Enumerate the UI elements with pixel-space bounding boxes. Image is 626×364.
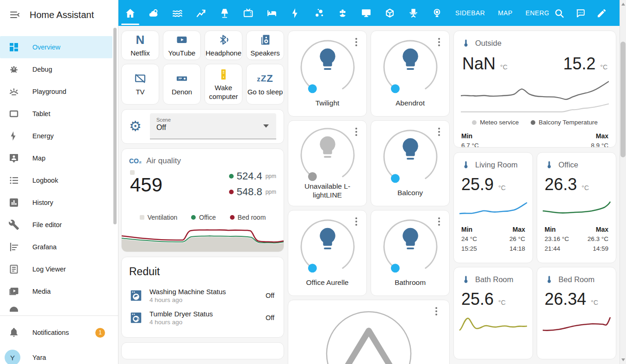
tab-particles[interactable] [307, 0, 331, 26]
tab-map[interactable]: MAP [491, 0, 519, 26]
tab-sidebar[interactable]: SIDEBAR [449, 0, 491, 26]
sensor-card-living-room[interactable]: Living Room 25.9 °C Min24 °C15:25 Max26 … [453, 152, 533, 263]
sidebar-item-media[interactable]: Media [0, 280, 118, 302]
tv-off-icon [134, 72, 147, 86]
button-label: YouTube [168, 49, 196, 58]
entity-state: Off [266, 314, 276, 321]
fan-control[interactable] [288, 300, 449, 364]
sensor-value: 26.3 °C [537, 169, 616, 194]
light-card-office-aurelle[interactable]: Office Aurelle [288, 210, 367, 296]
sensor-value: 25.9 °C [454, 169, 533, 194]
weather-partly-cloudy-icon [148, 7, 160, 19]
tab-computer[interactable] [354, 0, 378, 26]
button-headphone[interactable]: Headphone [205, 31, 242, 60]
home-icon [124, 7, 136, 19]
tab-camera[interactable] [425, 0, 449, 26]
sidebar-item-map[interactable]: Map [0, 147, 118, 169]
light-card-twilight[interactable]: Twilight [288, 31, 367, 117]
sidebar-item-log-viewer[interactable]: Log Viewer [0, 258, 118, 280]
bug-icon [8, 64, 19, 75]
button-tv[interactable]: TV [121, 64, 159, 105]
tab-weather[interactable] [142, 0, 166, 26]
entity-name: Tumble Dryer Status [149, 310, 213, 318]
button-go-to-sleep[interactable]: zZZ Go to sleep [246, 64, 284, 105]
speakers-icon [259, 33, 272, 47]
gear-icon[interactable]: ⚙ [129, 119, 142, 133]
arc-handle[interactable] [390, 264, 399, 272]
webcam-icon [431, 7, 443, 19]
air-reading-unit: ppm [266, 173, 276, 179]
arc-handle[interactable] [308, 172, 316, 181]
light-card-balcony[interactable]: Balcony [371, 120, 450, 206]
sidebar-item-history[interactable]: History [0, 191, 118, 214]
arc-handle[interactable] [390, 174, 399, 183]
light-card-abendrot[interactable]: Abendrot [371, 31, 450, 117]
light-name: Balcony [371, 188, 449, 197]
entity-last-changed: 4 hours ago [149, 319, 213, 326]
entity-row-tumble-dryer[interactable]: Tumble Dryer Status 4 hours ago Off [129, 307, 276, 329]
tab-office[interactable] [402, 0, 425, 26]
fan-card[interactable] [288, 300, 450, 364]
tab-home[interactable] [118, 0, 142, 26]
light-name: Bathroom [371, 278, 449, 287]
flower-icon [337, 7, 348, 19]
button-denon[interactable]: Denon [163, 64, 201, 105]
sensor-name: Living Room [475, 160, 518, 169]
tab-energy[interactable] [284, 0, 307, 26]
tab-bedroom[interactable] [260, 0, 284, 26]
bluetooth-audio-icon [217, 33, 230, 47]
light-card-bathroom[interactable]: Bathroom [371, 210, 450, 296]
computer-monitor-icon [360, 7, 372, 19]
sidebar-item-playground[interactable]: Playground [0, 80, 118, 103]
sidebar-scrollbar[interactable] [113, 28, 117, 224]
tab-tv[interactable] [236, 0, 260, 26]
tab-plants[interactable] [331, 0, 354, 26]
sensor-sparkline [459, 197, 528, 219]
edit-dashboard-button[interactable] [591, 0, 613, 26]
sidebar-item-grafana[interactable]: Grafana [0, 236, 118, 258]
light-card-unavailable[interactable]: Unavailable L-lightLINE [288, 120, 367, 206]
scroll-down-icon[interactable] [621, 358, 625, 361]
air-quality-chart [122, 218, 284, 252]
arc-handle[interactable] [308, 84, 316, 93]
air-quality-card[interactable]: CO₂ Air quality 459 524.4 ppm 548.8 [121, 148, 284, 252]
light-name: Twilight [288, 99, 366, 107]
arc-handle[interactable] [390, 84, 399, 93]
page-scrollbar[interactable] [620, 0, 626, 364]
button-speakers[interactable]: Speakers [246, 31, 284, 60]
tab-energy-text[interactable]: ENERGY [519, 0, 549, 26]
sidebar-item-partial[interactable] [0, 302, 118, 312]
tab-air[interactable] [166, 0, 189, 26]
seesaw-icon [8, 86, 19, 97]
scene-select[interactable]: Scene Off [150, 113, 276, 139]
entity-row-washing-machine[interactable]: Washing Machine Status 4 hours ago Off [129, 284, 276, 307]
scrollbar-thumb[interactable] [620, 42, 626, 157]
button-wake-computer[interactable]: Wake computer [205, 64, 242, 105]
chart-box-icon [8, 197, 19, 208]
more-menu-icon[interactable] [430, 305, 443, 318]
outside-card[interactable]: Outside NaN °C 15.2 °C Meteo service Bal… [453, 31, 616, 148]
sidebar-item-energy[interactable]: Energy [0, 125, 118, 147]
sensor-card-office[interactable]: Office 26.3 °C Min23.16 °C21:44 Max26.3 … [537, 152, 616, 263]
tab-3d[interactable] [378, 0, 402, 26]
arc-handle[interactable] [308, 264, 316, 272]
menu-open-icon[interactable] [6, 6, 24, 24]
tab-charts[interactable] [189, 0, 213, 26]
sidebar-item-debug[interactable]: Debug [0, 58, 118, 80]
button-netflix[interactable]: N Netflix [121, 31, 159, 60]
sidebar-item-file-editor[interactable]: File editor [0, 214, 118, 236]
sensor-card-bed-room[interactable]: Bed Room 26.34 °C [537, 267, 616, 359]
scroll-up-icon[interactable] [621, 3, 625, 6]
sensor-card-bath-room[interactable]: Bath Room 25.6 °C [453, 267, 533, 359]
air-reading-unit: ppm [266, 189, 276, 195]
assist-button[interactable] [570, 0, 591, 26]
sidebar-item-overview[interactable]: Overview [0, 36, 112, 58]
button-label: Go to sleep [248, 87, 283, 97]
tab-lights[interactable] [213, 0, 236, 26]
button-youtube[interactable]: YouTube [163, 31, 201, 60]
sidebar-user[interactable]: Y Yara [0, 346, 118, 364]
search-button[interactable] [549, 0, 570, 26]
sidebar-item-tablet[interactable]: Tablet [0, 103, 118, 125]
sidebar-notifications[interactable]: Notifications 1 [0, 321, 118, 344]
sidebar-item-logbook[interactable]: Logbook [0, 169, 118, 191]
